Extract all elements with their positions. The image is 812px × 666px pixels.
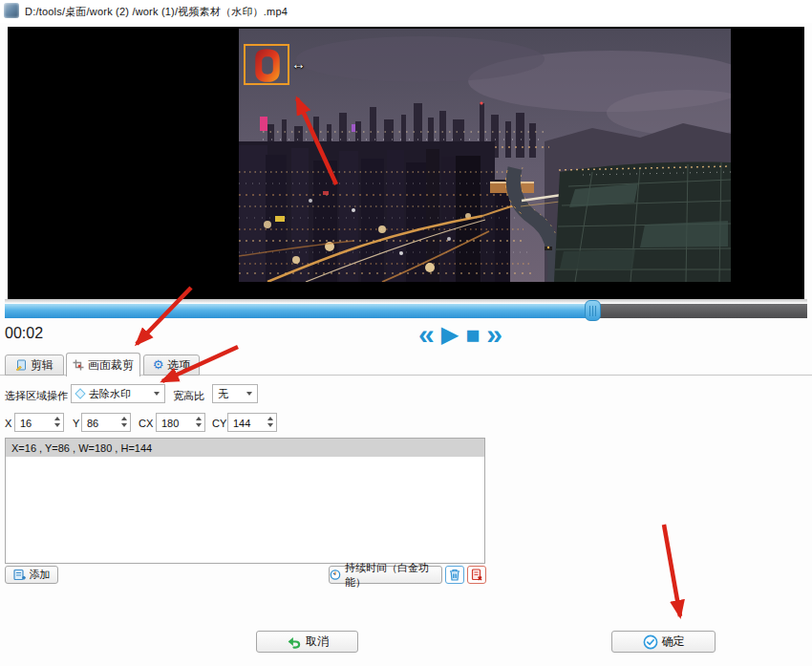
forward-icon[interactable]: » bbox=[486, 322, 502, 347]
add-icon bbox=[13, 569, 26, 581]
cy-spinbox[interactable]: 144 bbox=[227, 413, 277, 432]
region-op-select[interactable]: 去除水印 bbox=[71, 384, 165, 403]
region-list-item[interactable]: X=16 , Y=86 , W=180 , H=144 bbox=[6, 439, 484, 457]
app-icon bbox=[4, 3, 19, 18]
add-region-label: 添加 bbox=[30, 568, 51, 582]
arrow-to-ok-button bbox=[664, 525, 680, 616]
delete-region-button[interactable] bbox=[445, 566, 464, 584]
seek-handle[interactable] bbox=[585, 300, 601, 321]
edit-icon bbox=[15, 359, 27, 371]
tab-crop-label: 画面裁剪 bbox=[88, 357, 134, 374]
remove-watermark-icon bbox=[75, 388, 85, 398]
ok-label: 确定 bbox=[662, 634, 685, 650]
tabbar: 剪辑 画面裁剪 ⚙ 选项 bbox=[0, 353, 812, 376]
tab-options[interactable]: ⚙ 选项 bbox=[143, 354, 200, 376]
watermark-selection-box[interactable]: ↔ bbox=[244, 44, 289, 85]
video-preview[interactable]: ↔ bbox=[239, 29, 731, 282]
clear-regions-button[interactable] bbox=[467, 566, 486, 584]
current-time: 00:02 bbox=[5, 325, 43, 342]
undo-icon bbox=[286, 635, 302, 649]
duration-label: 持续时间（白金功能） bbox=[345, 561, 441, 590]
cancel-label: 取消 bbox=[306, 634, 329, 650]
office-logo-watermark bbox=[248, 48, 287, 83]
add-region-button[interactable]: 添加 bbox=[5, 566, 58, 584]
cx-spinbox[interactable]: 180 bbox=[156, 413, 205, 432]
titlebar: D:/tools/桌面/work (2) /work (1)/视频素材（水印）.… bbox=[0, 0, 812, 23]
cityscape-still bbox=[239, 29, 731, 282]
cy-label: CY bbox=[212, 418, 226, 429]
ok-button[interactable]: 确定 bbox=[611, 631, 716, 653]
trash-icon bbox=[449, 569, 460, 581]
window-title: D:/tools/桌面/work (2) /work (1)/视频素材（水印）.… bbox=[25, 5, 288, 19]
crop-icon bbox=[73, 359, 84, 371]
tab-crop[interactable]: 画面裁剪 bbox=[66, 353, 140, 376]
spin-arrows[interactable] bbox=[54, 417, 60, 427]
tab-edit[interactable]: 剪辑 bbox=[5, 354, 64, 376]
transport-controls: « ▶ ■ » bbox=[384, 320, 537, 349]
y-label: Y bbox=[73, 418, 79, 429]
seek-bar[interactable] bbox=[5, 304, 807, 318]
spin-arrows[interactable] bbox=[267, 417, 273, 427]
horizontal-resize-cursor: ↔ bbox=[291, 55, 306, 72]
x-label: X bbox=[5, 418, 11, 429]
stop-icon[interactable]: ■ bbox=[465, 322, 480, 347]
region-op-value: 去除水印 bbox=[89, 387, 131, 401]
clock-icon bbox=[330, 569, 341, 581]
dropdown-caret-icon bbox=[154, 392, 160, 396]
buffer-strip bbox=[5, 299, 807, 303]
cx-label: CX bbox=[139, 418, 153, 429]
aspect-ratio-value: 无 bbox=[218, 387, 228, 401]
play-icon[interactable]: ▶ bbox=[441, 322, 459, 347]
aspect-ratio-select[interactable]: 无 bbox=[212, 384, 258, 403]
remove-file-icon bbox=[471, 569, 482, 581]
y-spinbox[interactable]: 86 bbox=[81, 413, 131, 432]
tab-options-label: 选项 bbox=[167, 357, 190, 374]
aspect-ratio-label: 宽高比 bbox=[173, 389, 204, 403]
x-spinbox[interactable]: 16 bbox=[14, 413, 64, 432]
seek-progress-fill bbox=[5, 304, 590, 318]
rewind-icon[interactable]: « bbox=[418, 322, 435, 347]
region-list[interactable]: X=16 , Y=86 , W=180 , H=144 bbox=[5, 438, 485, 564]
video-viewport: ↔ bbox=[8, 27, 804, 299]
watermark-remover-window: D:/tools/桌面/work (2) /work (1)/视频素材（水印）.… bbox=[0, 0, 812, 666]
check-circle-icon bbox=[643, 634, 658, 650]
spin-arrows[interactable] bbox=[196, 417, 202, 427]
region-op-label: 选择区域操作 bbox=[5, 389, 68, 403]
dropdown-caret-icon bbox=[246, 392, 252, 396]
spin-arrows[interactable] bbox=[121, 417, 127, 427]
cancel-button[interactable]: 取消 bbox=[256, 631, 358, 653]
duration-button[interactable]: 持续时间（白金功能） bbox=[329, 566, 442, 584]
gear-icon: ⚙ bbox=[153, 359, 164, 371]
tab-edit-label: 剪辑 bbox=[31, 357, 53, 374]
